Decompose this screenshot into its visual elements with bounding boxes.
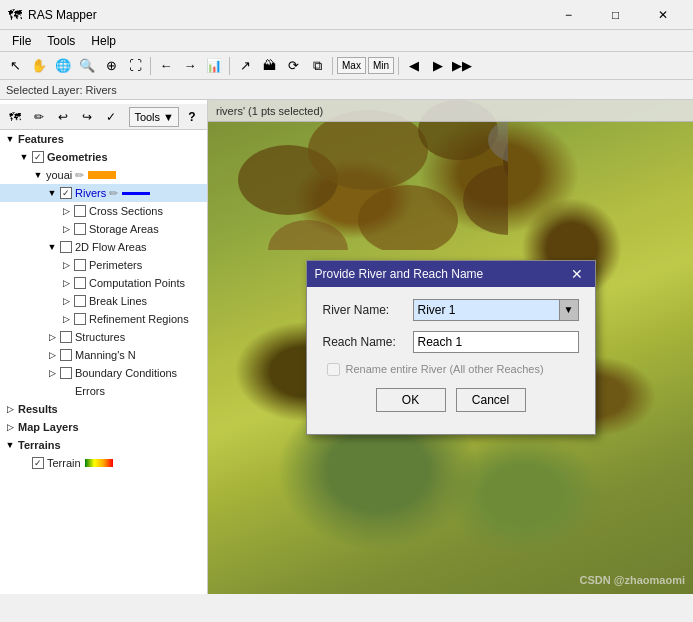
- storage-areas-expand[interactable]: ▷: [60, 223, 72, 235]
- map-layers-item[interactable]: ▷ Map Layers: [0, 418, 207, 436]
- map-mode-button[interactable]: 🏔: [258, 55, 280, 77]
- break-lines-checkbox[interactable]: [74, 295, 86, 307]
- storage-areas-item[interactable]: ▷ Storage Areas: [0, 220, 207, 238]
- next-frame-button[interactable]: ▶▶: [451, 55, 473, 77]
- undo-button[interactable]: ↩: [52, 106, 74, 128]
- mannings-item[interactable]: ▷ Manning's N: [0, 346, 207, 364]
- cross-sections-item[interactable]: ▷ Cross Sections: [0, 202, 207, 220]
- reach-name-input[interactable]: [413, 331, 579, 353]
- terrains-item[interactable]: ▼ Terrains: [0, 436, 207, 454]
- close-button[interactable]: ✕: [640, 4, 685, 26]
- maximize-button[interactable]: □: [593, 4, 638, 26]
- terrains-label: Terrains: [18, 439, 61, 451]
- boundary-checkbox[interactable]: [60, 367, 72, 379]
- prev-frame-button[interactable]: ◀: [403, 55, 425, 77]
- refresh-button[interactable]: ⟳: [282, 55, 304, 77]
- terrain-item[interactable]: Terrain: [0, 454, 207, 472]
- mannings-checkbox[interactable]: [60, 349, 72, 361]
- rivers-pencil-icon: ✏: [109, 187, 118, 200]
- map-layers-expand[interactable]: ▷: [4, 421, 16, 433]
- features-expand[interactable]: ▼: [4, 133, 16, 145]
- flow-areas-expand[interactable]: ▼: [46, 241, 58, 253]
- check-button[interactable]: ✓: [100, 106, 122, 128]
- rename-checkbox[interactable]: [327, 363, 340, 376]
- youai-item[interactable]: ▼ youai ✏: [0, 166, 207, 184]
- flow-areas-item[interactable]: ▼ 2D Flow Areas: [0, 238, 207, 256]
- back-button[interactable]: ←: [155, 55, 177, 77]
- dialog-buttons: OK Cancel: [323, 388, 579, 422]
- fullscreen-tool-button[interactable]: ⛶: [124, 55, 146, 77]
- computation-points-item[interactable]: ▷ Computation Points: [0, 274, 207, 292]
- map-area[interactable]: rivers' (1 pts selected) CSDN @zhaomaomi…: [208, 100, 693, 594]
- menu-tools[interactable]: Tools: [39, 32, 83, 50]
- tools-dropdown[interactable]: Tools ▼: [129, 107, 179, 127]
- layers-button[interactable]: ⧉: [306, 55, 328, 77]
- cross-sections-label: Cross Sections: [89, 205, 163, 217]
- perimeters-checkbox[interactable]: [74, 259, 86, 271]
- mannings-expand[interactable]: ▷: [46, 349, 58, 361]
- forward-button[interactable]: →: [179, 55, 201, 77]
- break-lines-label: Break Lines: [89, 295, 147, 307]
- toolbar-separator-3: [332, 57, 333, 75]
- rivers-checkbox[interactable]: [60, 187, 72, 199]
- results-expand[interactable]: ▷: [4, 403, 16, 415]
- geometries-checkbox[interactable]: [32, 151, 44, 163]
- results-item[interactable]: ▷ Results: [0, 400, 207, 418]
- structures-item[interactable]: ▷ Structures: [0, 328, 207, 346]
- terrain-checkbox[interactable]: [32, 457, 44, 469]
- rename-checkbox-row: Rename entire River (All other Reaches): [323, 363, 579, 376]
- draw-button[interactable]: ✏: [28, 106, 50, 128]
- zoom-tool-button[interactable]: 🔍: [76, 55, 98, 77]
- rivers-expand[interactable]: ▼: [46, 187, 58, 199]
- perimeters-label: Perimeters: [89, 259, 142, 271]
- geometries-item[interactable]: ▼ Geometries: [0, 148, 207, 166]
- select-tool-button[interactable]: ↖: [4, 55, 26, 77]
- perimeters-expand[interactable]: ▷: [60, 259, 72, 271]
- max-label[interactable]: Max: [337, 57, 366, 74]
- redo-button[interactable]: ↪: [76, 106, 98, 128]
- features-item[interactable]: ▼ Features: [0, 130, 207, 148]
- dialog-titlebar: Provide River and Reach Name ✕: [307, 261, 595, 287]
- youai-expand[interactable]: ▼: [32, 169, 44, 181]
- min-label[interactable]: Min: [368, 57, 394, 74]
- river-name-input[interactable]: [413, 299, 579, 321]
- refinement-expand[interactable]: ▷: [60, 313, 72, 325]
- rivers-item[interactable]: ▼ Rivers ✏: [0, 184, 207, 202]
- minimize-button[interactable]: −: [546, 4, 591, 26]
- pan-tool-button[interactable]: ✋: [28, 55, 50, 77]
- boundary-expand[interactable]: ▷: [46, 367, 58, 379]
- menu-file[interactable]: File: [4, 32, 39, 50]
- ok-button[interactable]: OK: [376, 388, 446, 412]
- storage-areas-checkbox[interactable]: [74, 223, 86, 235]
- dialog-close-button[interactable]: ✕: [567, 264, 587, 284]
- cancel-button[interactable]: Cancel: [456, 388, 526, 412]
- dialog-title: Provide River and Reach Name: [315, 267, 567, 281]
- refinement-checkbox[interactable]: [74, 313, 86, 325]
- terrains-expand[interactable]: ▼: [4, 439, 16, 451]
- globe-tool-button[interactable]: 🌐: [52, 55, 74, 77]
- rename-checkbox-label: Rename entire River (All other Reaches): [346, 363, 544, 375]
- crosshair-tool-button[interactable]: ⊕: [100, 55, 122, 77]
- help-button[interactable]: ?: [181, 106, 203, 128]
- perimeters-item[interactable]: ▷ Perimeters: [0, 256, 207, 274]
- errors-item[interactable]: Errors: [0, 382, 207, 400]
- pointer-button[interactable]: ↗: [234, 55, 256, 77]
- menu-help[interactable]: Help: [83, 32, 124, 50]
- river-name-dropdown-arrow[interactable]: ▼: [559, 299, 579, 321]
- chart-button[interactable]: 📊: [203, 55, 225, 77]
- map-nav-button[interactable]: 🗺: [4, 106, 26, 128]
- flow-areas-checkbox[interactable]: [60, 241, 72, 253]
- comp-points-checkbox[interactable]: [74, 277, 86, 289]
- cross-sections-expand[interactable]: ▷: [60, 205, 72, 217]
- structures-expand[interactable]: ▷: [46, 331, 58, 343]
- boundary-conditions-item[interactable]: ▷ Boundary Conditions: [0, 364, 207, 382]
- refinement-regions-item[interactable]: ▷ Refinement Regions: [0, 310, 207, 328]
- break-lines-item[interactable]: ▷ Break Lines: [0, 292, 207, 310]
- play-button[interactable]: ▶: [427, 55, 449, 77]
- break-lines-expand[interactable]: ▷: [60, 295, 72, 307]
- reach-name-label: Reach Name:: [323, 335, 413, 349]
- geometries-expand[interactable]: ▼: [18, 151, 30, 163]
- cross-sections-checkbox[interactable]: [74, 205, 86, 217]
- structures-checkbox[interactable]: [60, 331, 72, 343]
- comp-points-expand[interactable]: ▷: [60, 277, 72, 289]
